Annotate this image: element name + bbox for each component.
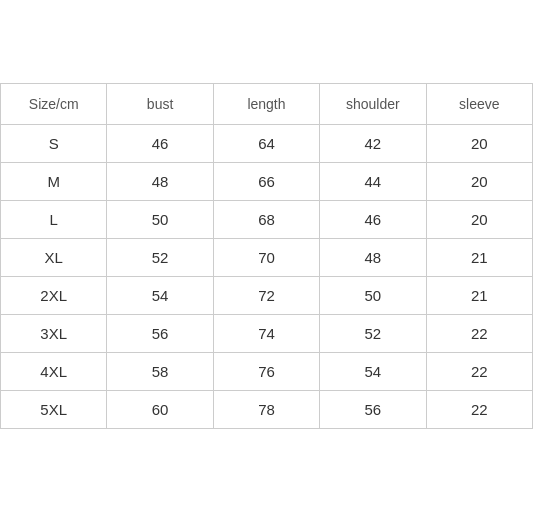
size-label: 2XL — [1, 277, 107, 315]
size-value: 48 — [320, 239, 426, 277]
col-header-bust: bust — [107, 84, 213, 125]
size-value: 22 — [426, 315, 532, 353]
size-value: 68 — [213, 201, 319, 239]
size-value: 54 — [107, 277, 213, 315]
table-row: 2XL54725021 — [1, 277, 533, 315]
size-label: L — [1, 201, 107, 239]
size-value: 74 — [213, 315, 319, 353]
size-value: 20 — [426, 125, 532, 163]
size-label: S — [1, 125, 107, 163]
size-label: 5XL — [1, 391, 107, 429]
col-header-shoulder: shoulder — [320, 84, 426, 125]
size-chart: Size/cmbustlengthshouldersleeve S4664422… — [0, 83, 533, 429]
col-header-sleeve: sleeve — [426, 84, 532, 125]
size-value: 48 — [107, 163, 213, 201]
size-value: 50 — [320, 277, 426, 315]
size-value: 76 — [213, 353, 319, 391]
size-value: 72 — [213, 277, 319, 315]
size-value: 78 — [213, 391, 319, 429]
size-value: 46 — [107, 125, 213, 163]
size-value: 52 — [107, 239, 213, 277]
size-value: 44 — [320, 163, 426, 201]
table-row: M48664420 — [1, 163, 533, 201]
table-row: L50684620 — [1, 201, 533, 239]
size-value: 20 — [426, 163, 532, 201]
size-value: 50 — [107, 201, 213, 239]
table-row: XL52704821 — [1, 239, 533, 277]
size-label: 3XL — [1, 315, 107, 353]
size-label: XL — [1, 239, 107, 277]
col-header-Size-cm: Size/cm — [1, 84, 107, 125]
size-value: 22 — [426, 391, 532, 429]
size-label: 4XL — [1, 353, 107, 391]
col-header-length: length — [213, 84, 319, 125]
size-value: 64 — [213, 125, 319, 163]
size-value: 70 — [213, 239, 319, 277]
table-row: 5XL60785622 — [1, 391, 533, 429]
size-value: 20 — [426, 201, 532, 239]
size-value: 22 — [426, 353, 532, 391]
size-label: M — [1, 163, 107, 201]
size-value: 54 — [320, 353, 426, 391]
size-value: 58 — [107, 353, 213, 391]
size-value: 42 — [320, 125, 426, 163]
size-value: 52 — [320, 315, 426, 353]
size-value: 21 — [426, 239, 532, 277]
size-value: 60 — [107, 391, 213, 429]
size-value: 46 — [320, 201, 426, 239]
table-row: S46644220 — [1, 125, 533, 163]
size-value: 66 — [213, 163, 319, 201]
table-row: 3XL56745222 — [1, 315, 533, 353]
table-row: 4XL58765422 — [1, 353, 533, 391]
size-value: 56 — [320, 391, 426, 429]
size-value: 21 — [426, 277, 532, 315]
size-value: 56 — [107, 315, 213, 353]
